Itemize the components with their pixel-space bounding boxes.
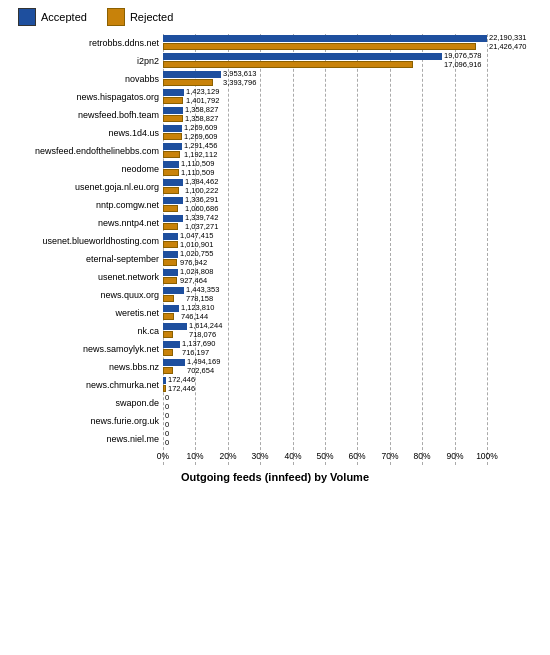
rejected-bar — [163, 205, 178, 212]
accepted-bar — [163, 71, 221, 78]
row-label: news.furie.org.uk — [8, 416, 163, 426]
rejected-value: 1,358,827 — [185, 115, 235, 124]
bars-container: 1,384,4621,100,222 — [163, 178, 542, 195]
bar-values: 1,423,1291,401,792 — [186, 88, 236, 105]
bar-values: 1,384,4621,100,222 — [185, 178, 235, 195]
bars-container: 00 — [163, 412, 542, 429]
stacked-bars — [163, 215, 183, 230]
accepted-bar — [163, 215, 183, 222]
bar-row: usenet.goja.nl.eu.org1,384,4621,100,222 — [8, 178, 542, 195]
rejected-value: 1,010,901 — [180, 241, 230, 250]
x-axis-label: 100% — [476, 451, 498, 461]
bar-row: eternal-september1,020,755976,942 — [8, 250, 542, 267]
bar-values: 1,614,244718,076 — [189, 322, 239, 339]
rejected-value: 1,401,792 — [186, 97, 236, 106]
row-label: newsfeed.endofthelinebbs.com — [8, 146, 163, 156]
bars-container: 1,123,810746,144 — [163, 304, 542, 321]
bar-values: 3,953,6133,393,796 — [223, 70, 273, 87]
rejected-bar — [163, 313, 174, 320]
accepted-bar — [163, 341, 180, 348]
chart-wrapper: Accepted Rejected retrobbs.ddns.net22,19… — [0, 0, 550, 655]
bar-values: 19,076,57817,096,916 — [444, 52, 494, 69]
bar-row: news.furie.org.uk00 — [8, 412, 542, 429]
row-label: news.niel.me — [8, 434, 163, 444]
x-axis-label: 90% — [446, 451, 463, 461]
row-label: retrobbs.ddns.net — [8, 38, 163, 48]
x-axis-label: 10% — [186, 451, 203, 461]
bars-container: 1,020,755976,942 — [163, 250, 542, 267]
bar-values: 22,190,33121,426,470 — [489, 34, 539, 51]
stacked-bars — [163, 323, 187, 338]
rejected-value: 17,096,916 — [444, 61, 494, 70]
legend-accepted-label: Accepted — [41, 11, 87, 23]
rejected-value: 1,192,112 — [184, 151, 234, 160]
bar-row: news.chmurka.net172,446172,446 — [8, 376, 542, 393]
rejected-value: 976,942 — [180, 259, 230, 268]
rejected-value: 1,060,686 — [185, 205, 235, 214]
rejected-value: 1,100,222 — [185, 187, 235, 196]
row-label: news.samoylyk.net — [8, 344, 163, 354]
bars-container: 3,953,6133,393,796 — [163, 70, 542, 87]
legend-accepted: Accepted — [18, 8, 87, 26]
bar-row: i2pn219,076,57817,096,916 — [8, 52, 542, 69]
x-axis-label: 0% — [157, 451, 169, 461]
bars-container: 22,190,33121,426,470 — [163, 34, 542, 51]
row-label: nntp.comgw.net — [8, 200, 163, 210]
rejected-value: 718,076 — [189, 331, 239, 340]
rejected-bar — [163, 277, 177, 284]
bar-row: news.hispagatos.org1,423,1291,401,792 — [8, 88, 542, 105]
bar-values: 00 — [165, 412, 215, 429]
bar-row: swapon.de00 — [8, 394, 542, 411]
stacked-bars — [163, 269, 178, 284]
rejected-value: 21,426,470 — [489, 43, 539, 52]
bars-container: 1,024,808927,464 — [163, 268, 542, 285]
bar-row: news.niel.me00 — [8, 430, 542, 447]
row-label: news.chmurka.net — [8, 380, 163, 390]
row-label: nk.ca — [8, 326, 163, 336]
rejected-bar — [163, 79, 213, 86]
bars-container: 172,446172,446 — [163, 376, 542, 393]
row-label: usenet.blueworldhosting.com — [8, 236, 163, 246]
bar-row: newsfeed.bofh.team1,358,8271,358,827 — [8, 106, 542, 123]
accepted-bar — [163, 233, 178, 240]
rejected-bar — [163, 331, 173, 338]
accepted-bar — [163, 89, 184, 96]
rejected-value: 0 — [165, 403, 215, 412]
x-axis-label: 30% — [251, 451, 268, 461]
x-axis-label: 80% — [413, 451, 430, 461]
stacked-bars — [163, 161, 179, 176]
bars-container: 00 — [163, 430, 542, 447]
bar-values: 00 — [165, 430, 215, 447]
x-axis-label: 70% — [381, 451, 398, 461]
row-label: novabbs — [8, 74, 163, 84]
row-label: news.1d4.us — [8, 128, 163, 138]
bars-container: 1,047,4151,010,901 — [163, 232, 542, 249]
rejected-bar — [163, 295, 174, 302]
bar-row: usenet.blueworldhosting.com1,047,4151,01… — [8, 232, 542, 249]
bars-container: 1,291,4561,192,112 — [163, 142, 542, 159]
bar-row: news.nntp4.net1,339,7421,037,271 — [8, 214, 542, 231]
accepted-value: 0 — [165, 394, 215, 403]
rejected-value: 3,393,796 — [223, 79, 273, 88]
stacked-bars — [163, 287, 184, 302]
bar-values: 172,446172,446 — [168, 376, 218, 393]
rejected-value: 1,037,271 — [185, 223, 235, 232]
chart-title: Outgoing feeds (innfeed) by Volume — [8, 471, 542, 483]
legend-rejected-box — [107, 8, 125, 26]
bar-values: 00 — [165, 394, 215, 411]
accepted-bar — [163, 377, 166, 384]
row-label: news.nntp4.net — [8, 218, 163, 228]
rejected-bar — [163, 349, 173, 356]
accepted-bar — [163, 359, 185, 366]
bar-row: news.quux.org1,443,353778,158 — [8, 286, 542, 303]
row-label: usenet.network — [8, 272, 163, 282]
accepted-bar — [163, 287, 184, 294]
bar-values: 1,024,808927,464 — [180, 268, 230, 285]
rejected-value: 172,446 — [168, 385, 218, 394]
stacked-bars — [163, 251, 178, 266]
accepted-bar — [163, 143, 182, 150]
x-axis-label: 40% — [284, 451, 301, 461]
rejected-bar — [163, 259, 177, 266]
bar-values: 1,137,690716,197 — [182, 340, 232, 357]
accepted-bar — [163, 125, 182, 132]
